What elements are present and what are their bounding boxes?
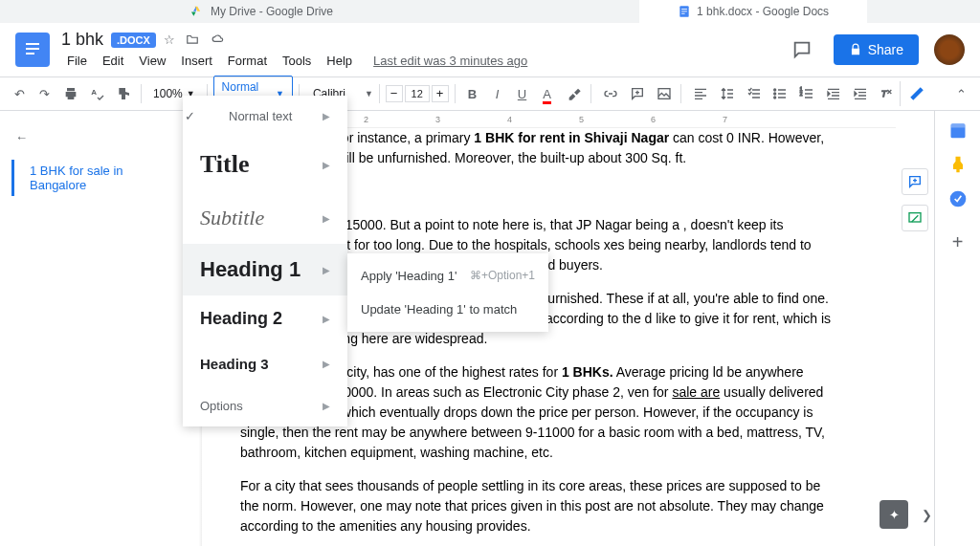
image-button[interactable] — [651, 80, 676, 107]
share-label: Share — [868, 42, 903, 57]
suggest-edit-side-button[interactable] — [902, 205, 928, 231]
avatar[interactable] — [934, 34, 965, 65]
svg-point-11 — [774, 97, 776, 98]
checklist-button[interactable] — [741, 80, 766, 107]
star-icon[interactable]: ☆ — [164, 33, 175, 47]
svg-text:T: T — [881, 89, 888, 98]
menu-edit[interactable]: Edit — [97, 52, 129, 70]
menu-view[interactable]: View — [133, 52, 171, 70]
line-spacing-button[interactable] — [714, 80, 739, 107]
text-color-button[interactable]: A — [536, 81, 559, 107]
svg-point-10 — [774, 93, 776, 95]
menu-tools[interactable]: Tools — [277, 52, 317, 70]
outline-panel: ← 1 BHK for sale in Bangalore — [0, 111, 187, 546]
tab-label: 1 bhk.docx - Google Docs — [697, 5, 829, 18]
keep-icon[interactable] — [948, 155, 968, 174]
calendar-icon[interactable] — [948, 120, 968, 140]
svg-rect-1 — [681, 9, 687, 10]
svg-rect-5 — [26, 48, 39, 50]
clear-format-button[interactable]: T — [873, 80, 898, 107]
comment-add-button[interactable] — [624, 80, 649, 107]
fontsize-dec[interactable]: − — [386, 85, 403, 102]
comments-button[interactable] — [786, 33, 818, 66]
highlight-button[interactable] — [561, 80, 586, 107]
menu-format[interactable]: Format — [222, 52, 273, 70]
style-title[interactable]: Title▶ — [183, 137, 347, 192]
style-heading-2[interactable]: Heading 2▶ — [183, 295, 347, 342]
style-heading-3[interactable]: Heading 3▶ — [183, 342, 347, 385]
align-button[interactable] — [687, 80, 712, 107]
tab-docs[interactable]: 1 bhk.docx - Google Docs — [639, 0, 867, 23]
bulleted-list-button[interactable] — [767, 80, 791, 107]
undo-button[interactable]: ↶ — [8, 81, 31, 107]
tab-label: My Drive - Google Drive — [211, 5, 333, 18]
indent-inc-button[interactable] — [847, 80, 872, 107]
back-arrow-icon[interactable]: ← — [11, 126, 175, 148]
docx-badge: .DOCX — [111, 33, 156, 48]
heading-submenu: Apply 'Heading 1' ⌘+Option+1 Update 'Hea… — [347, 253, 548, 332]
menu-insert[interactable]: Insert — [175, 52, 218, 70]
collapse-toolbar-button[interactable]: ⌃ — [950, 81, 972, 107]
drive-icon — [191, 5, 205, 18]
svg-text:A: A — [91, 88, 97, 97]
styles-dropdown: ✓ Normal text▶ Title▶ Subtitle▶ Heading … — [183, 96, 347, 426]
style-options[interactable]: Options▶ — [183, 385, 347, 426]
explore-button[interactable]: ✦ — [880, 500, 908, 529]
print-button[interactable] — [57, 80, 82, 107]
body-paragraph[interactable]: For a city that sees thousands of people… — [240, 476, 838, 536]
browser-tabs: My Drive - Google Drive 1 bhk.docx - Goo… — [0, 0, 980, 23]
style-normal-text[interactable]: ✓ Normal text▶ — [183, 96, 347, 137]
style-heading-1[interactable]: Heading 1▶ — [183, 244, 347, 295]
move-icon[interactable] — [185, 33, 200, 47]
bold-button[interactable]: B — [461, 81, 484, 107]
last-edit-link[interactable]: Last edit was 3 minutes ago — [368, 52, 533, 70]
toolbar: ↶ ↷ A 100%▼ Normal text▼ Calibri ▼ − 12 … — [0, 76, 980, 111]
add-comment-side-button[interactable] — [902, 168, 928, 195]
numbered-list-button[interactable]: 12 — [793, 80, 818, 107]
side-panel-toggle[interactable]: ❯ — [922, 508, 932, 522]
update-heading-1[interactable]: Update 'Heading 1' to match — [347, 293, 548, 326]
titlebar: 1 bhk .DOCX ☆ File Edit View Insert Form… — [0, 23, 980, 76]
svg-rect-2 — [681, 11, 687, 11]
svg-rect-15 — [909, 213, 921, 222]
link-button[interactable] — [597, 80, 622, 107]
comment-strip — [896, 111, 934, 546]
spellcheck-button[interactable]: A — [84, 80, 109, 107]
svg-text:2: 2 — [800, 92, 803, 97]
tab-drive[interactable]: My Drive - Google Drive — [153, 0, 371, 23]
svg-rect-6 — [26, 53, 34, 55]
outline-item[interactable]: 1 BHK for sale in Bangalore — [11, 160, 175, 196]
svg-rect-4 — [26, 43, 39, 45]
svg-rect-3 — [681, 13, 685, 14]
docs-icon — [678, 5, 691, 18]
editing-mode-button[interactable] — [900, 81, 948, 106]
menu-file[interactable]: File — [61, 52, 93, 70]
style-subtitle[interactable]: Subtitle▶ — [183, 192, 347, 244]
menu-help[interactable]: Help — [321, 52, 358, 70]
share-button[interactable]: Share — [834, 34, 919, 65]
italic-button[interactable]: I — [486, 81, 509, 107]
side-rail: + — [934, 111, 980, 546]
document-title[interactable]: 1 bhk — [61, 30, 103, 50]
add-addon-button[interactable]: + — [952, 231, 964, 253]
apply-heading-1[interactable]: Apply 'Heading 1' ⌘+Option+1 — [347, 259, 548, 293]
redo-button[interactable]: ↷ — [33, 81, 56, 107]
cloud-icon[interactable] — [210, 33, 227, 47]
svg-point-9 — [774, 89, 776, 91]
check-icon: ✓ — [185, 109, 195, 123]
indent-dec-button[interactable] — [820, 80, 845, 107]
fontsize-group: − 12 + — [386, 85, 449, 102]
fontsize-value[interactable]: 12 — [405, 85, 430, 102]
underline-button[interactable]: U — [511, 81, 534, 107]
menu-bar: File Edit View Insert Format Tools Help … — [61, 52, 786, 70]
docs-logo[interactable] — [15, 33, 50, 67]
tasks-icon[interactable] — [948, 189, 968, 208]
fontsize-inc[interactable]: + — [432, 85, 449, 102]
svg-rect-17 — [950, 123, 965, 127]
lock-icon — [849, 43, 862, 56]
paint-format-button[interactable] — [110, 80, 135, 107]
